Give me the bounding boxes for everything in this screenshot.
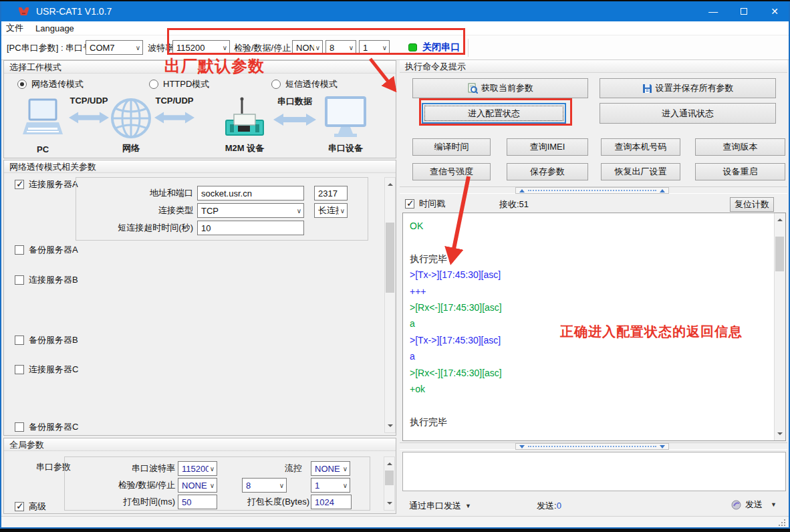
- parity-value: NONI: [296, 43, 314, 53]
- chevron-down-icon: ∨: [340, 207, 345, 215]
- resize-grip[interactable]: [784, 525, 785, 526]
- short-conn-timeout-input[interactable]: 10: [197, 221, 304, 235]
- menu-bar: 文件 Language: [0, 21, 790, 35]
- query-version-button[interactable]: 查询版本: [695, 138, 785, 156]
- global-params-scrollbar[interactable]: [384, 456, 395, 511]
- query-signal-button[interactable]: 查信号强度: [412, 163, 491, 180]
- scroll-up-icon[interactable]: [385, 178, 395, 188]
- checkbox-connect-server-c[interactable]: 连接服务器C: [15, 364, 78, 376]
- parity-select[interactable]: NONI ∨: [292, 40, 323, 55]
- get-current-params-button[interactable]: 获取当前参数: [412, 78, 588, 98]
- chevron-down-icon: ∨: [223, 44, 227, 51]
- minimize-button[interactable]: —: [698, 1, 729, 21]
- serial-baud-select[interactable]: 115200 ∨: [178, 461, 217, 476]
- checkbox-connect-server-a[interactable]: 连接服务器A: [15, 178, 78, 190]
- databits-select[interactable]: 8 ∨: [325, 40, 356, 55]
- flow-control-value: NONE: [315, 464, 342, 474]
- send-button[interactable]: 发送 ▼: [731, 499, 777, 511]
- log-line: +ok: [410, 381, 767, 397]
- app-body: USR-CAT1 V1.0.7 — ✕ 文件 Language [PC串口参数]…: [0, 1, 790, 527]
- button-label: 恢复出厂设置: [615, 166, 667, 178]
- flow-control-select[interactable]: NONE ∨: [311, 461, 350, 476]
- server-address-value: socket.usr.cn: [201, 188, 252, 198]
- checkbox-backup-server-b[interactable]: 备份服务器B: [15, 334, 78, 346]
- scroll-up-icon[interactable]: [384, 457, 394, 467]
- scroll-down-icon[interactable]: [775, 430, 785, 440]
- conn-mode-select[interactable]: 长连接 ∨: [314, 203, 348, 218]
- conn-type-select[interactable]: TCP ∨: [197, 203, 304, 218]
- menu-file[interactable]: 文件: [0, 22, 29, 34]
- splitter-handle[interactable]: [515, 443, 669, 450]
- close-serial-button[interactable]: 关闭串口: [422, 41, 460, 53]
- log-line: [410, 234, 767, 250]
- query-local-number-button[interactable]: 查询本机号码: [601, 138, 680, 156]
- scrollbar-thumb[interactable]: [386, 223, 394, 293]
- radio-label: 短信透传模式: [285, 78, 338, 90]
- scrollbar-thumb[interactable]: [775, 237, 784, 271]
- close-button[interactable]: ✕: [759, 1, 790, 21]
- set-save-all-params-button[interactable]: 设置并保存所有参数: [600, 78, 776, 98]
- reset-count-button[interactable]: 复位计数: [730, 197, 774, 212]
- scrollbar-track[interactable]: [385, 188, 395, 422]
- chevron-down-icon: ∨: [210, 482, 215, 489]
- send-via-label: 通过串口发送: [409, 500, 461, 512]
- pack-time-value: 50: [182, 497, 191, 507]
- baud-select[interactable]: 115200 ∨: [172, 40, 230, 55]
- log-line: +++: [410, 283, 767, 299]
- window-title: USR-CAT1 V1.0.7: [36, 6, 112, 17]
- scroll-up-icon[interactable]: [775, 213, 785, 223]
- double-arrow-icon: [273, 113, 317, 126]
- pack-length-input[interactable]: 1024: [311, 495, 352, 509]
- net-params-scrollbar[interactable]: [384, 177, 396, 433]
- compile-time-button[interactable]: 编译时间: [412, 138, 491, 156]
- global-params-title: 全局参数: [4, 438, 396, 451]
- serial-parity-select[interactable]: NONE ∨: [178, 478, 217, 493]
- work-mode-title: 选择工作模式: [4, 61, 396, 74]
- stopbits-select[interactable]: 1 ∨: [359, 40, 390, 55]
- server-address-input[interactable]: socket.usr.cn: [197, 186, 304, 201]
- scroll-down-icon[interactable]: [385, 422, 395, 432]
- scrollbar-track[interactable]: [775, 223, 785, 430]
- device-restart-button[interactable]: 设备重启: [695, 163, 785, 180]
- stopbits-value: 1: [363, 43, 381, 53]
- button-label: 复位计数: [735, 198, 769, 211]
- send-via-dropdown[interactable]: 通过串口发送 ▼: [409, 500, 471, 512]
- splitter-handle[interactable]: [515, 187, 669, 194]
- radio-net-transparent-mode[interactable]: 网络透传模式: [17, 78, 84, 90]
- radio-httpd-mode[interactable]: HTTPD模式: [149, 78, 209, 90]
- log-scrollbar[interactable]: [774, 213, 785, 440]
- chevron-down-icon: ∨: [343, 482, 348, 489]
- checkbox-icon: [15, 502, 24, 511]
- checkbox-backup-server-a[interactable]: 备份服务器A: [15, 244, 78, 256]
- log-output[interactable]: OK 执行完毕 >[Tx->][17:45:30][asc] +++ >[Rx<…: [402, 213, 786, 441]
- diagram-node-label: 网络: [122, 142, 140, 154]
- splitter-dots: [528, 446, 656, 447]
- scroll-down-icon[interactable]: [384, 500, 394, 510]
- enter-comm-state-button[interactable]: 进入通讯状态: [600, 103, 776, 124]
- checkbox-backup-server-c[interactable]: 备份服务器C: [15, 421, 78, 433]
- scrollbar-thumb[interactable]: [385, 471, 394, 485]
- scrollbar-track[interactable]: [384, 467, 394, 500]
- menu-language[interactable]: Language: [29, 23, 80, 33]
- enter-config-state-button[interactable]: 进入配置状态: [422, 103, 566, 124]
- com-port-select[interactable]: COM7 ∨: [86, 40, 143, 55]
- factory-reset-button[interactable]: 恢复出厂设置: [601, 163, 680, 180]
- net-params-group: 网络透传模式相关参数 连接服务器A 地址和端口 socket.usr.cn 23…: [3, 160, 396, 436]
- send-input-area[interactable]: [402, 452, 786, 491]
- server-port-input[interactable]: 2317: [314, 186, 348, 201]
- log-lines: OK 执行完毕 >[Tx->][17:45:30][asc] +++ >[Rx<…: [403, 213, 774, 440]
- chevron-down-icon: ∨: [343, 465, 348, 473]
- radio-sms-transparent-mode[interactable]: 短信透传模式: [271, 78, 338, 90]
- splitter-dots: [528, 190, 656, 191]
- maximize-button[interactable]: [729, 1, 759, 21]
- query-imei-button[interactable]: 查询IMEI: [507, 138, 588, 156]
- checkbox-timestamp[interactable]: 时间戳: [405, 198, 445, 210]
- diagram-node-m2m: M2M 设备: [219, 90, 270, 154]
- checkbox-connect-server-b[interactable]: 连接服务器B: [15, 274, 78, 286]
- pc-icon: [21, 98, 64, 142]
- serial-databits-select[interactable]: 8 ∨: [242, 478, 287, 493]
- pack-time-input[interactable]: 50: [178, 495, 217, 509]
- checkbox-advanced[interactable]: 高级: [15, 501, 46, 513]
- save-params-button[interactable]: 保存参数: [507, 163, 588, 180]
- serial-stopbits-select[interactable]: 1 ∨: [311, 478, 350, 493]
